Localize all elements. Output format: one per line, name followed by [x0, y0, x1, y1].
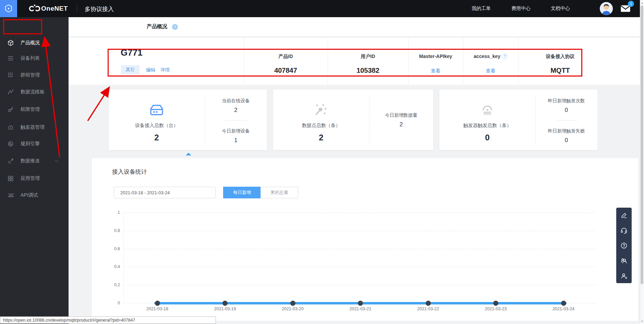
list-icon	[7, 55, 14, 62]
stat-card-label: 触发器触发总数（条）	[439, 123, 535, 129]
sidebar-item-label: 规则引擎	[21, 141, 40, 147]
x-axis-label: 2021-03-18	[133, 306, 181, 311]
x-axis-label: 2021-03-19	[201, 306, 249, 311]
date-range-input[interactable]: 2021-03-18 - 2021-03-24	[114, 187, 216, 198]
product-info-band: G771 其它 编辑详情产品ID407847用户ID105382Master-A…	[69, 38, 640, 85]
chart-gridline	[123, 212, 596, 213]
chart-gridline	[123, 267, 596, 267]
chart-gridline	[123, 249, 596, 249]
platform-logo-button[interactable]	[0, 0, 17, 17]
toggle-累积总量[interactable]: 累积总量	[260, 187, 298, 198]
chart-gridline	[123, 231, 596, 231]
product-field-access_key: access_key?查看	[463, 38, 518, 85]
stat-side-2: 今日新增设备1	[205, 128, 267, 144]
chart-data-point	[222, 301, 228, 306]
sidebar-item-设备列表[interactable]: 设备列表	[0, 51, 69, 66]
stat-side-label: 今日新增设备	[205, 128, 267, 134]
stat-side-1: 昨日新增触发次数0	[535, 98, 597, 114]
x-axis-label: 2021-03-23	[472, 306, 520, 311]
chart-data-point	[426, 301, 431, 306]
field-view-link[interactable]: 查看	[408, 68, 463, 74]
sidebar-item-触发器管理[interactable]: 触发器管理	[0, 120, 69, 135]
stat-side-1: 今日新增数据量2	[369, 112, 433, 128]
sidebar-item-label: 群组管理	[21, 72, 40, 78]
field-label: Master-APIkey	[408, 54, 463, 59]
mail-badge: 1	[628, 1, 634, 7]
sidebar-item-label: 数据推送	[21, 158, 40, 164]
product-action-2[interactable]: 详情	[160, 67, 170, 73]
stat-side-divider	[225, 120, 247, 120]
device-statistics-panel: 接入设备统计 2021-03-18 - 2021-03-24 00.20.40.…	[92, 158, 638, 321]
toolbar-users-button[interactable]	[616, 253, 632, 268]
scrollbar-up-arrow[interactable]: ▲	[641, 1, 644, 4]
field-label: 产品ID	[244, 54, 328, 60]
topnav-item-3[interactable]: 文档中心	[551, 5, 570, 12]
sidebar-item-产品概况[interactable]: 产品概况	[0, 35, 69, 50]
product-field-产品ID: 产品ID407847	[244, 38, 328, 85]
sidebar-item-应用管理[interactable]: 应用管理	[0, 171, 69, 186]
field-label: access_key?	[463, 54, 518, 59]
page-help-icon[interactable]: ?	[172, 24, 178, 30]
field-value: MQTT	[518, 67, 602, 74]
datapoint-icon	[313, 103, 329, 118]
stat-card-value: 2	[109, 133, 205, 142]
sidebar-item-权限管理[interactable]: 权限管理	[0, 102, 69, 117]
apps-icon	[7, 175, 14, 182]
user-avatar[interactable]	[600, 2, 613, 15]
field-help-icon[interactable]: ?	[502, 54, 508, 59]
sidebar-item-数据流模板[interactable]: 数据流模板	[0, 84, 69, 100]
stat-side-value: 2	[369, 121, 433, 128]
chart-data-point	[493, 301, 498, 306]
sidebar-item-群组管理[interactable]: 群组管理	[0, 68, 69, 83]
scrollbar-down-arrow[interactable]: ▼	[641, 320, 644, 323]
y-axis-label: 0.4	[106, 264, 120, 269]
field-label: 设备接入协议	[518, 54, 602, 60]
stat-card-value: 0	[439, 133, 535, 142]
toolbar-add-user-button[interactable]	[616, 268, 632, 283]
product-field-用户ID: 用户ID105382	[328, 38, 408, 85]
toolbar-help-button[interactable]	[616, 238, 632, 253]
chart-data-point	[290, 301, 295, 306]
product-name: G771	[121, 47, 143, 58]
stat-card-value: 2	[273, 133, 369, 142]
sidebar-item-数据推送[interactable]: 数据推送	[0, 153, 69, 169]
sidebar-item-API调试[interactable]: APIAPI调试	[0, 188, 69, 203]
stat-side-1: 当前在线设备2	[205, 98, 267, 114]
chart-data-point	[155, 301, 160, 306]
app-title: 多协议接入	[85, 5, 114, 13]
stat-side-divider	[556, 120, 578, 120]
product-action-1[interactable]: 编辑	[146, 67, 155, 73]
topnav-item-1[interactable]: 我的工单	[472, 5, 491, 12]
sidebar-item-label: 数据流模板	[21, 89, 45, 95]
stat-side-value: 2	[205, 107, 267, 114]
y-axis-label: 0.6	[106, 246, 120, 251]
stat-side-value: 1	[205, 137, 267, 144]
sidebar-item-label: 触发器管理	[21, 124, 45, 130]
topnav-item-2[interactable]: 费用中心	[511, 5, 531, 12]
field-label: 用户ID	[328, 54, 408, 60]
toolbar-edit-button[interactable]	[616, 208, 632, 223]
stat-card-2: 数据点总数（条）2今日新增数据量2	[273, 90, 433, 150]
sidebar-item-label: 应用管理	[21, 175, 40, 182]
hexagon-logo-icon	[4, 4, 13, 13]
sidebar-item-label: 权限管理	[21, 106, 40, 113]
scrollbar-thumb[interactable]	[641, 5, 643, 284]
cube-icon	[7, 39, 14, 46]
sidebar-nav: 产品概况设备列表群组管理数据流模板权限管理触发器管理规则引擎数据推送应用管理AP…	[0, 17, 69, 324]
stat-side-label: 当前在线设备	[205, 98, 267, 104]
stat-side-label: 昨日新增触发次数	[535, 98, 597, 104]
stat-card-label: 设备接入总数（台）	[109, 123, 205, 129]
y-axis-label: 0.2	[106, 282, 120, 287]
api-icon: API	[7, 192, 14, 199]
grid-icon	[7, 72, 14, 79]
stat-side-2: 昨日新增触发失败0	[535, 128, 597, 144]
toggle-每日新增[interactable]: 每日新增	[223, 187, 261, 198]
stat-side-value: 0	[535, 107, 597, 114]
field-view-link[interactable]: 查看	[463, 68, 518, 74]
toolbar-headset-button[interactable]	[616, 223, 632, 238]
svg-text:API: API	[9, 194, 13, 197]
x-axis-label: 2021-03-21	[337, 306, 385, 311]
sidebar-item-规则引擎[interactable]: 规则引擎	[0, 136, 69, 151]
onenet-logo-text[interactable]: OneNET	[41, 5, 68, 12]
x-axis-label: 2021-03-24	[539, 306, 587, 311]
